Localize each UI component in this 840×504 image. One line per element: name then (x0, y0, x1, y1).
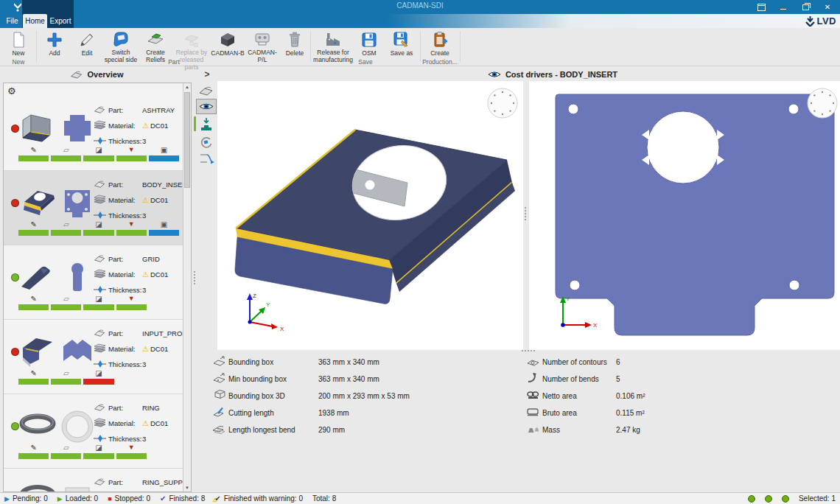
status-total: Total: 8 (312, 494, 336, 503)
view-rotation-button[interactable] (197, 134, 215, 150)
scroll-up-icon[interactable]: ▲ (183, 85, 191, 89)
material-field-label: Material: (108, 196, 142, 204)
overview-scrollbar[interactable]: ▲ ▼ (183, 83, 191, 491)
cadman-pl-icon (253, 29, 272, 49)
warning-icon: ⚠ (142, 346, 149, 353)
progress-segment (83, 379, 113, 385)
unfold-stage-icon: ▱ (63, 368, 69, 378)
scroll-down-icon[interactable]: ▼ (183, 486, 191, 490)
part-list-item[interactable]: Part:INPUT_PROFILE Material:⚠DC01 Thickn… (4, 320, 183, 394)
tab-export[interactable]: Export (48, 14, 73, 28)
add-plus-icon (45, 29, 64, 49)
ribbon-tab-row (0, 14, 840, 28)
view-compass[interactable] (486, 87, 519, 119)
restore-button[interactable] (796, 1, 815, 13)
cutting-length-icon (212, 406, 228, 420)
thickness-field-label: Thickness: (108, 211, 142, 220)
brand-mark-icon (805, 16, 815, 27)
view-compass[interactable] (806, 87, 839, 119)
scrollbar-thumb[interactable] (184, 92, 190, 188)
viewport-2d[interactable]: Y X (529, 81, 840, 350)
group-separator (460, 31, 461, 62)
progress-segment (83, 230, 113, 236)
info-row: Mass2.47 kg (526, 423, 828, 436)
design-stage-icon: ✎ (30, 220, 36, 229)
minimize-button[interactable] (774, 1, 793, 13)
eye-icon (488, 70, 501, 79)
part-list-item[interactable]: Part:BODY_INSERT Material:⚠DC01 Thicknes… (4, 171, 183, 245)
material-value: DC01 (150, 196, 168, 204)
overview-panel: ⚙ Part:ASHTRAY Material:⚠DC01 Thickness:… (3, 83, 192, 492)
info-row: Min bounding box363 mm x 340 mm (212, 372, 514, 385)
view-cost-drivers-button[interactable] (196, 99, 217, 114)
design-stage-icon: ✎ (30, 294, 36, 304)
view-bending-button[interactable] (197, 115, 215, 133)
edit-button[interactable]: Edit (71, 29, 103, 62)
part-list-item[interactable]: Part:RING Material:⚠DC01 Thickness:3 ✎▱◪… (4, 394, 183, 469)
collapse-panel-chevron[interactable]: > (200, 68, 214, 81)
progress-segment (51, 304, 81, 310)
bounding-box-3d-icon (212, 388, 228, 403)
delete-button[interactable]: Delete (280, 29, 309, 62)
overview-title: Overview (88, 70, 124, 79)
progress-segment (51, 453, 81, 459)
mass-icon (526, 423, 542, 437)
pending-icon: ▶ (4, 495, 10, 503)
create-production-button[interactable]: Create (421, 29, 458, 62)
warning-icon: ⚠ (142, 271, 149, 279)
design-stage-icon: ✎ (30, 368, 36, 378)
part-list-item[interactable]: Part:RING_SUPPORT (4, 469, 183, 492)
info-row: Bounding box 3D200 mm x 293 mm x 53 mm (212, 389, 514, 402)
new-button[interactable]: New (1, 29, 35, 62)
bounding-box-icon (212, 355, 228, 369)
part-icon (94, 178, 108, 192)
min-bounding-box-icon (212, 372, 228, 386)
viewport-3d[interactable]: Z Y X (217, 81, 523, 350)
progress-segment (18, 230, 49, 236)
machine-stage-icon: ▣ (161, 220, 167, 229)
part-name: ASHTRAY (142, 106, 175, 114)
tab-home[interactable]: Home (23, 14, 47, 28)
part-progress: ✎▱◪▼ (18, 443, 179, 459)
replace-by-released-parts-button[interactable]: Replace by released parts (172, 29, 211, 62)
replace-parts-icon (182, 29, 201, 49)
close-button[interactable]: ✕ (818, 1, 837, 13)
button-label: Save as (391, 50, 413, 57)
create-reliefs-button[interactable]: Create Reliefs (139, 29, 172, 62)
release-for-manufacturing-button[interactable]: Release for manufacturing (312, 29, 354, 62)
cadman-b-button[interactable]: CADMAN-B (211, 29, 245, 62)
netto-area-icon (526, 389, 542, 403)
part-icon (198, 85, 214, 97)
part-icon (94, 104, 108, 117)
bends-icon (526, 372, 542, 386)
bend-stage-icon: ◪ (95, 294, 102, 304)
layout-toggle-button[interactable] (752, 1, 771, 13)
save-as-button[interactable]: Save as (385, 29, 419, 62)
cost-drivers-right-column: Number of contours6 Number of bends5 Net… (526, 355, 828, 440)
view-flow-button[interactable] (197, 150, 215, 167)
viewport-splitter-handle[interactable] (524, 207, 527, 220)
unfold-stage-icon: ▱ (63, 145, 69, 155)
tooling-stage-icon: ▼ (128, 443, 135, 452)
tab-file[interactable]: File (2, 14, 22, 28)
view-part-info-button[interactable] (197, 84, 215, 97)
cost-drivers-header: Cost drivers - BODY_INSERT (457, 68, 648, 81)
add-button[interactable]: Add (38, 29, 71, 62)
part-list-item[interactable]: Part:GRID Material:⚠DC01 Thickness:3 ✎▱◪… (4, 245, 183, 320)
part-3d-thumbnail (17, 184, 58, 221)
pencil-icon (77, 29, 97, 49)
cadman-pl-button[interactable]: CADMAN-P/L (245, 29, 280, 62)
switch-special-side-button[interactable]: Switch special side (103, 29, 139, 62)
factory-icon (323, 29, 343, 49)
thickness-value: 3 (142, 211, 146, 220)
progress-segment (18, 453, 49, 459)
part-flat-thumbnail (60, 186, 95, 224)
tooling-stage-icon: ▼ (128, 145, 135, 155)
osm-button[interactable]: OSM (354, 29, 385, 62)
part-progress: ✎▱◪▼ (18, 294, 179, 310)
panel-splitter-handle[interactable] (193, 271, 196, 284)
material-icon (94, 194, 108, 207)
part-list-item[interactable]: Part:ASHTRAY Material:⚠DC01 Thickness:3 … (4, 97, 183, 171)
settings-gear-icon[interactable]: ⚙ (7, 85, 16, 97)
warning-icon: ⚠ (142, 197, 149, 204)
